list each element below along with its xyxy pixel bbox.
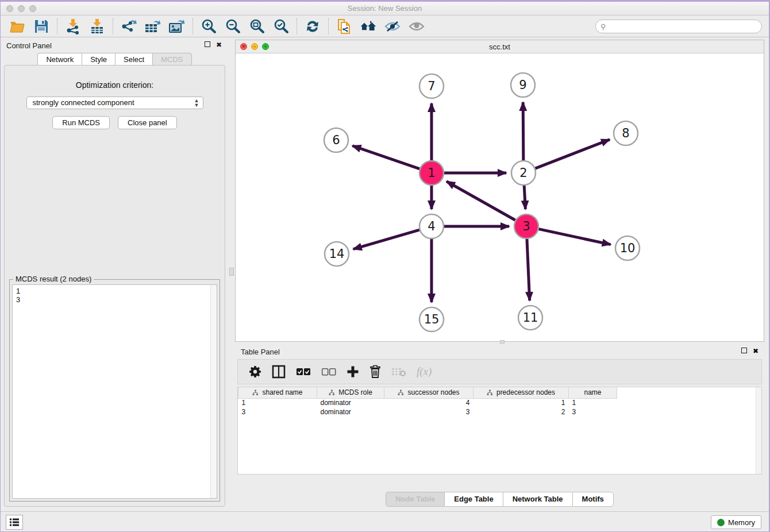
tab-network-table[interactable]: Network Table xyxy=(503,492,572,507)
optimization-criterion-select[interactable]: strongly connected component ▲▼ xyxy=(26,97,203,109)
network-view-window: ✕ − + scc.txt 7968124314101511 xyxy=(235,40,764,342)
mcds-tab-content: Optimization criterion: strongly connect… xyxy=(4,65,225,507)
cell-shared-name[interactable]: 3 xyxy=(238,407,317,417)
network-canvas[interactable]: 7968124314101511 xyxy=(236,53,764,341)
toolbar-separator xyxy=(297,18,297,34)
import-table-icon[interactable] xyxy=(88,18,106,35)
column-type-icon xyxy=(252,390,259,396)
result-scrollbar[interactable] xyxy=(210,285,217,498)
search-container: ⚲ xyxy=(595,20,762,33)
cell-predecessor-nodes[interactable]: 2 xyxy=(473,407,569,417)
close-panel-icon[interactable]: ✖ xyxy=(216,41,222,48)
export-image-icon[interactable] xyxy=(168,18,186,35)
home-icon[interactable] xyxy=(360,18,377,35)
cell-shared-name[interactable]: 1 xyxy=(238,398,317,407)
task-history-button[interactable] xyxy=(6,515,23,530)
node-label-14: 14 xyxy=(329,247,345,261)
open-session-icon[interactable] xyxy=(9,18,26,35)
search-input[interactable] xyxy=(595,20,762,33)
memory-button[interactable]: Memory xyxy=(711,515,761,529)
tab-edge-table[interactable]: Edge Table xyxy=(444,492,502,507)
mcds-result-title: MCDS result (2 nodes) xyxy=(13,275,94,283)
cell-name[interactable]: 1 xyxy=(569,398,617,407)
table-scrollbar[interactable] xyxy=(756,387,761,474)
cell-name[interactable]: 3 xyxy=(569,407,617,417)
column-header-name[interactable]: name xyxy=(569,387,617,398)
edge-1-6[interactable] xyxy=(352,146,419,169)
float-table-panel-icon[interactable] xyxy=(741,348,747,353)
table-toolbar: f(x) xyxy=(237,359,762,384)
network-window-titlebar[interactable]: ✕ − + scc.txt xyxy=(236,40,764,53)
node-table: shared nameMCDS rolesuccessor nodesprede… xyxy=(237,387,762,475)
select-all-icon[interactable] xyxy=(296,367,311,376)
node-label-6: 6 xyxy=(332,133,340,147)
memory-label: Memory xyxy=(728,518,755,527)
import-network-icon[interactable] xyxy=(64,18,82,35)
edge-4-14[interactable] xyxy=(353,230,419,249)
column-header-predecessor-nodes[interactable]: predecessor nodes xyxy=(473,387,569,398)
zoom-in-icon[interactable] xyxy=(200,18,217,35)
columns-icon[interactable] xyxy=(272,365,286,379)
main-toolbar: ⚲ xyxy=(1,16,769,37)
cell-MCDS-role[interactable]: dominator xyxy=(317,407,384,417)
network-window-title: scc.txt xyxy=(236,43,764,51)
search-icon: ⚲ xyxy=(600,22,606,31)
mcds-result-text[interactable]: 1 3 xyxy=(12,284,217,499)
edge-2-3[interactable] xyxy=(524,186,525,209)
edge-3-10[interactable] xyxy=(539,229,611,245)
zoom-out-icon[interactable] xyxy=(224,18,241,35)
table-row[interactable]: 3dominator323 xyxy=(238,407,617,417)
close-panel-button[interactable]: Close panel xyxy=(118,116,177,129)
deselect-all-icon[interactable] xyxy=(321,367,336,376)
column-header-MCDS-role[interactable]: MCDS role xyxy=(317,387,384,398)
table-tabs: Node TableEdge TableNetwork TableMotifs xyxy=(386,492,614,507)
splitter-grip[interactable] xyxy=(229,268,234,276)
tab-node-table[interactable]: Node Table xyxy=(386,492,444,507)
node-label-7: 7 xyxy=(428,79,435,93)
edge-3-1[interactable] xyxy=(446,182,515,220)
save-session-icon[interactable] xyxy=(33,18,50,35)
gear-icon[interactable] xyxy=(249,365,261,378)
horizontal-splitter-grip[interactable] xyxy=(500,340,505,344)
run-mcds-button[interactable]: Run MCDS xyxy=(52,116,110,129)
tab-motifs[interactable]: Motifs xyxy=(572,492,614,507)
duplicate-network-icon[interactable] xyxy=(336,18,353,35)
node-label-2: 2 xyxy=(519,166,527,180)
window-title: Session: New Session xyxy=(1,4,769,13)
cell-predecessor-nodes[interactable]: 1 xyxy=(473,398,569,407)
toolbar-separator xyxy=(192,18,193,34)
edge-3-11[interactable] xyxy=(527,239,530,300)
cell-successor-nodes[interactable]: 3 xyxy=(384,407,473,417)
hide-view-eye-slash-icon[interactable] xyxy=(384,18,401,35)
node-label-3: 3 xyxy=(522,219,530,233)
delete-table-icon[interactable] xyxy=(391,367,406,377)
export-network-icon[interactable] xyxy=(120,18,137,35)
select-stepper-icon: ▲▼ xyxy=(194,98,199,107)
cell-MCDS-role[interactable]: dominator xyxy=(317,398,384,407)
close-table-panel-icon[interactable]: ✖ xyxy=(753,348,759,354)
panel-splitter[interactable] xyxy=(229,38,235,511)
add-row-icon[interactable] xyxy=(346,365,359,378)
network-graph[interactable]: 7968124314101511 xyxy=(236,53,764,341)
delete-row-trash-icon[interactable] xyxy=(369,365,381,379)
export-table-icon[interactable] xyxy=(144,18,161,35)
zoom-fit-icon[interactable] xyxy=(248,18,265,35)
cell-successor-nodes[interactable]: 4 xyxy=(384,398,473,407)
table-row[interactable]: 1dominator411 xyxy=(238,398,617,407)
optimization-criterion-label: Optimization criterion: xyxy=(5,80,225,90)
control-panel-title: Control Panel xyxy=(6,41,52,50)
edge-2-9[interactable] xyxy=(523,102,523,160)
show-view-eye-icon[interactable] xyxy=(408,18,425,35)
mcds-result-group: MCDS result (2 nodes) 1 3 xyxy=(9,279,220,502)
node-label-1: 1 xyxy=(428,166,435,180)
column-type-icon xyxy=(487,390,493,396)
refresh-icon[interactable] xyxy=(304,18,321,35)
table-panel-title: Table Panel xyxy=(241,348,280,356)
edge-2-8[interactable] xyxy=(536,140,610,168)
column-header-shared-name[interactable]: shared name xyxy=(238,387,317,398)
float-panel-icon[interactable] xyxy=(205,41,210,47)
column-header-successor-nodes[interactable]: successor nodes xyxy=(384,387,473,398)
function-builder-icon[interactable]: f(x) xyxy=(417,365,432,378)
zoom-selected-icon[interactable] xyxy=(272,18,290,35)
toolbar-separator xyxy=(113,18,113,34)
